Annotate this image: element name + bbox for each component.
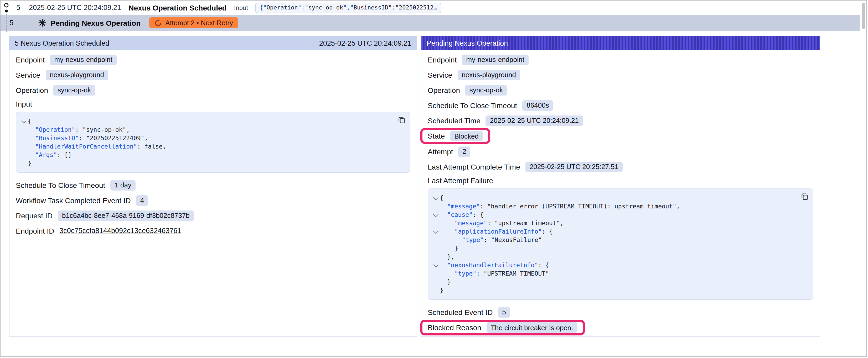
- event-timestamp: 2025-02-25 UTC 20:24:09.21: [29, 4, 121, 11]
- code-line: "type": "UPSTREAM_TIMEOUT": [431, 269, 795, 278]
- pending-operation-panel: Pending Nexus Operation Endpoint my-nexu…: [421, 36, 820, 337]
- pending-operation-title: Pending Nexus Operation: [51, 19, 141, 27]
- chevron-down-icon[interactable]: [433, 212, 438, 217]
- operation-value-chip: sync-op-ok: [53, 85, 95, 95]
- code-line: "type": "NexusFailure": [431, 236, 795, 244]
- gutter: [431, 202, 440, 210]
- blocked-reason-annotation-highlight: Blocked Reason The circuit breaker is op…: [420, 320, 585, 335]
- event-detail-header-timestamp: 2025-02-25 UTC 20:24:09.21: [319, 39, 411, 47]
- copy-icon[interactable]: [801, 193, 809, 200]
- field-row-scheduled-event-id: Scheduled Event ID 5: [428, 304, 813, 320]
- field-row-state: State Blocked: [428, 128, 813, 144]
- retry-icon: [154, 19, 161, 27]
- history-event-row[interactable]: 5 2025-02-25 UTC 20:24:09.21 Nexus Opera…: [1, 1, 860, 15]
- endpoint-value-chip: my-nexus-endpoint: [50, 54, 117, 65]
- scrollbar[interactable]: [861, 2, 866, 355]
- code-line: {: [20, 117, 392, 126]
- pending-operation-body: Endpoint my-nexus-endpoint Service nexus…: [422, 50, 820, 339]
- pending-operation-header-title: Pending Nexus Operation: [427, 39, 508, 47]
- input-key-label: Input: [234, 4, 248, 11]
- field-row-input: Input: [16, 98, 410, 110]
- field-row-wft-completed-event-id: Workflow Task Completed Event ID 4: [16, 193, 410, 208]
- wft-completed-label: Workflow Task Completed Event ID: [16, 196, 131, 204]
- copy-icon[interactable]: [398, 116, 406, 124]
- code-line: }: [431, 286, 795, 294]
- service-label: Service: [16, 71, 40, 79]
- field-row-endpoint-id: Endpoint ID 3c0c75ccfa8144b092c13ce63246…: [16, 223, 410, 238]
- endpoint-label: Endpoint: [16, 55, 45, 64]
- schedule-to-close-value-chip: 86400s: [522, 100, 553, 110]
- schedule-to-close-value-chip: 1 day: [110, 180, 135, 190]
- gutter: [20, 159, 28, 167]
- gutter: [431, 219, 440, 227]
- field-row-scheduled-time: Scheduled Time 2025-02-25 UTC 20:24:09.2…: [428, 113, 813, 128]
- state-label: State: [428, 132, 445, 140]
- gutter: [20, 151, 28, 159]
- code-line: }: [20, 159, 392, 167]
- schedule-to-close-label: Schedule To Close Timeout: [16, 181, 105, 189]
- event-detail-panel: 5 Nexus Operation Scheduled 2025-02-25 U…: [9, 36, 417, 337]
- endpoint-id-link[interactable]: 3c0c75ccfa8144b092c13ce632463761: [59, 227, 181, 235]
- chevron-down-icon[interactable]: [433, 195, 438, 200]
- field-row-last-attempt-complete-time: Last Attempt Complete Time 2025-02-25 UT…: [428, 159, 813, 174]
- code-line: }: [431, 244, 795, 253]
- temporal-event-history-view: 5 2025-02-25 UTC 20:24:09.21 Nexus Opera…: [0, 0, 867, 357]
- collapse-gutter[interactable]: [20, 117, 28, 126]
- code-line: "cause": {: [431, 210, 795, 219]
- scheduled-event-id-label: Scheduled Event ID: [428, 308, 493, 316]
- pending-operation-row[interactable]: 5 Pending Nexus Operation Attempt 2 • Ne…: [1, 15, 860, 31]
- last-attempt-failure-label: Last Attempt Failure: [428, 176, 493, 185]
- gutter: [20, 142, 28, 151]
- operation-label: Operation: [16, 86, 48, 94]
- scheduled-time-value-chip: 2025-02-25 UTC 20:24:09.21: [486, 115, 583, 126]
- event-detail-header-title: 5 Nexus Operation Scheduled: [15, 39, 109, 47]
- collapse-gutter[interactable]: [431, 194, 440, 202]
- retry-badge-label: Attempt 2 • Next Retry: [165, 19, 233, 27]
- endpoint-label: Endpoint: [428, 55, 457, 64]
- failure-json-viewer: {"message": "handler error (UPSTREAM_TIM…: [428, 189, 813, 300]
- failure-json-code: {"message": "handler error (UPSTREAM_TIM…: [431, 194, 795, 294]
- wft-completed-value-chip: 4: [136, 195, 148, 205]
- service-value-chip: nexus-playground: [45, 70, 108, 80]
- scheduled-time-label: Scheduled Time: [428, 116, 480, 125]
- event-detail-header: 5 Nexus Operation Scheduled 2025-02-25 U…: [9, 36, 417, 50]
- gutter: [431, 286, 440, 294]
- code-line: }: [431, 278, 795, 286]
- event-id: 5: [16, 4, 22, 11]
- chevron-down-icon[interactable]: [21, 118, 26, 124]
- last-attempt-complete-time-label: Last Attempt Complete Time: [428, 162, 520, 171]
- blocked-reason-label: Blocked Reason: [428, 323, 481, 332]
- event-detail-body: Endpoint my-nexus-endpoint Service nexus…: [9, 50, 417, 242]
- state-value-chip: Blocked: [450, 131, 483, 141]
- request-id-label: Request ID: [16, 211, 53, 220]
- field-row-blocked-reason: Blocked Reason The circuit breaker is op…: [428, 320, 813, 335]
- field-row-schedule-to-close: Schedule To Close Timeout 86400s: [428, 98, 813, 113]
- gutter: [431, 269, 440, 278]
- chevron-down-icon[interactable]: [433, 229, 438, 234]
- chevron-down-icon[interactable]: [433, 262, 438, 267]
- code-line: "applicationFailureInfo": {: [431, 227, 795, 236]
- field-row-request-id: Request ID b1c6a4bc-8ee7-468a-9169-df3b0…: [16, 208, 410, 223]
- scale-wrapper: 5 2025-02-25 UTC 20:24:09.21 Nexus Opera…: [0, 0, 868, 358]
- collapse-gutter[interactable]: [431, 261, 440, 269]
- gutter: [431, 253, 440, 261]
- timeline-marker-icon: [2, 2, 10, 35]
- input-json-code: {"Operation": "sync-op-ok","BusinessID":…: [20, 117, 392, 167]
- code-line: },: [431, 253, 795, 261]
- request-id-value-chip: b1c6a4bc-8ee7-468a-9169-df3b02c8737b: [58, 210, 194, 221]
- service-label: Service: [428, 71, 452, 79]
- endpoint-value-chip: my-nexus-endpoint: [462, 54, 529, 65]
- attempt-value-chip: 2: [459, 146, 470, 157]
- code-line: "nexusHandlerFailureInfo": {: [431, 261, 795, 269]
- field-row-endpoint: Endpoint my-nexus-endpoint: [16, 52, 410, 67]
- blocked-reason-value-chip: The circuit breaker is open.: [487, 322, 578, 333]
- attempt-label: Attempt: [428, 147, 453, 156]
- field-row-schedule-to-close: Schedule To Close Timeout 1 day: [16, 177, 410, 193]
- collapse-gutter[interactable]: [431, 210, 440, 219]
- service-value-chip: nexus-playground: [457, 70, 520, 80]
- scrollbar-thumb[interactable]: [862, 3, 865, 29]
- gutter: [431, 278, 440, 286]
- collapse-gutter[interactable]: [431, 227, 440, 236]
- endpoint-id-label: Endpoint ID: [16, 227, 54, 235]
- input-json-viewer: {"Operation": "sync-op-ok","BusinessID":…: [16, 112, 410, 173]
